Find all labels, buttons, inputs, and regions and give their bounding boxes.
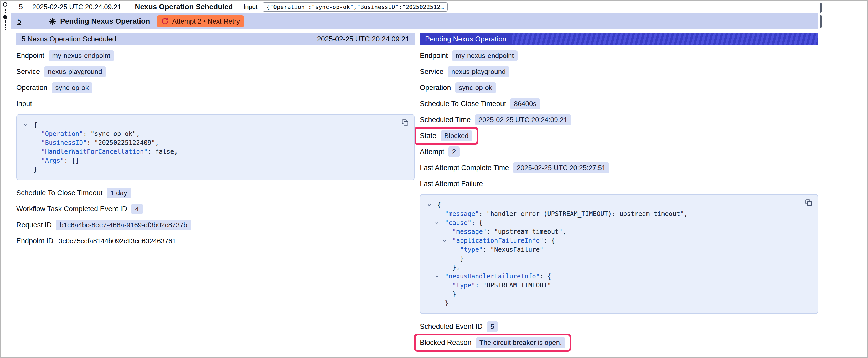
field-label: Endpoint bbox=[16, 52, 44, 60]
json-line-text: "Operation": "sync-op-ok", bbox=[41, 130, 140, 137]
field-label: Blocked Reason bbox=[420, 338, 471, 347]
field-value-badge: my-nexus-endpoint bbox=[452, 51, 518, 61]
field-value-badge: 2025-02-25 UTC 20:24:09.21 bbox=[475, 115, 571, 125]
collapse-chevron-icon[interactable] bbox=[23, 122, 28, 128]
endpoint-id-link[interactable]: 3c0c75ccfa8144b092c13ce632463761 bbox=[59, 237, 176, 245]
json-line-text: } bbox=[34, 166, 37, 173]
json-line: "BusinessID": "20250225122409", bbox=[22, 138, 408, 147]
json-line-text: "BusinessID": "20250225122409", bbox=[41, 139, 159, 147]
json-line-text: { bbox=[34, 121, 37, 129]
collapse-chevron-icon[interactable] bbox=[434, 220, 439, 225]
timeline-connector bbox=[5, 21, 5, 30]
field-label: Attempt bbox=[420, 148, 444, 156]
field-row: Attempt 2 bbox=[420, 147, 818, 157]
field-row: Endpoint my-nexus-endpoint bbox=[420, 51, 818, 61]
event-id-link[interactable]: 5 bbox=[17, 17, 21, 26]
json-line: } bbox=[22, 165, 408, 174]
field-value-badge: 5 bbox=[487, 321, 498, 332]
json-line: { bbox=[22, 121, 408, 129]
json-line-text: } bbox=[445, 299, 448, 307]
json-line: { bbox=[425, 200, 811, 209]
scrollbar-thumb[interactable] bbox=[820, 15, 822, 28]
state-badge: Blocked bbox=[440, 130, 472, 141]
json-line: "nexusHandlerFailureInfo": { bbox=[425, 272, 811, 281]
scrollbar-thumb[interactable] bbox=[820, 3, 822, 12]
field-value-badge: b1c6a4bc-8ee7-468a-9169-df3b02c8737b bbox=[56, 220, 191, 230]
timeline-start-node-icon[interactable] bbox=[3, 2, 7, 6]
input-preview-chip[interactable]: {"Operation":"sync-op-ok","BusinessID":"… bbox=[263, 2, 448, 11]
field-value-badge: nexus-playground bbox=[448, 66, 509, 77]
json-line: "type": "NexusFailure" bbox=[425, 245, 811, 254]
field-row-state: State Blocked bbox=[420, 130, 818, 141]
field-value-badge: 1 day bbox=[107, 188, 131, 198]
json-line: "Args": [] bbox=[22, 156, 408, 165]
field-value-badge: sync-op-ok bbox=[455, 83, 496, 93]
json-line: } bbox=[425, 254, 811, 263]
pending-panel: Pending Nexus Operation Endpoint my-nexu… bbox=[420, 33, 818, 353]
event-id: 5 bbox=[19, 3, 23, 11]
scheduled-panel-timestamp: 2025-02-25 UTC 20:24:09.21 bbox=[317, 35, 409, 43]
field-value-badge: nexus-playground bbox=[44, 66, 106, 77]
attempt-retry-badge[interactable]: Attempt 2 • Next Retry bbox=[157, 15, 244, 27]
field-label: Schedule To Close Timeout bbox=[16, 189, 102, 197]
field-label: State bbox=[420, 132, 436, 140]
input-section-label-row: Input bbox=[16, 98, 414, 109]
nexus-asterisk-icon bbox=[48, 17, 57, 26]
collapse-chevron-icon[interactable] bbox=[427, 202, 432, 207]
attempt-retry-label: Attempt 2 • Next Retry bbox=[172, 17, 240, 26]
field-row: Last Attempt Complete Time 2025-02-25 UT… bbox=[420, 162, 818, 173]
event-row-pending[interactable]: 5 Pending Nexus Operation Attempt 2 • Ne… bbox=[11, 13, 818, 29]
field-row: Schedule To Close Timeout 1 day bbox=[16, 188, 414, 198]
field-label: Endpoint ID bbox=[16, 237, 53, 245]
json-line: }, bbox=[425, 263, 811, 272]
json-line-text: "type": "NexusFailure" bbox=[460, 246, 544, 253]
field-row: Workflow Task Completed Event ID 4 bbox=[16, 204, 414, 215]
field-row: Operation sync-op-ok bbox=[16, 83, 414, 93]
json-line: "cause": { bbox=[425, 218, 811, 227]
event-timestamp: 2025-02-25 UTC 20:24:09.21 bbox=[32, 3, 121, 11]
json-line-text: "applicationFailureInfo": { bbox=[453, 237, 555, 245]
json-line: "Operation": "sync-op-ok", bbox=[22, 129, 408, 138]
json-line-text: "nexusHandlerFailureInfo": { bbox=[445, 273, 551, 280]
field-row: Request ID b1c6a4bc-8ee7-468a-9169-df3b0… bbox=[16, 220, 414, 230]
pending-event-name: Pending Nexus Operation bbox=[60, 17, 150, 26]
blocked-reason-highlight-annotation: Blocked Reason The circuit breaker is op… bbox=[414, 334, 571, 352]
event-row-scheduled[interactable]: 5 2025-02-25 UTC 20:24:09.21 Nexus Opera… bbox=[11, 1, 867, 13]
json-line: } bbox=[425, 299, 811, 307]
pending-panel-header: Pending Nexus Operation bbox=[420, 33, 818, 45]
collapse-chevron-icon[interactable] bbox=[434, 274, 439, 279]
scheduled-panel: 5 Nexus Operation Scheduled 2025-02-25 U… bbox=[16, 33, 414, 252]
json-line-text: } bbox=[453, 291, 456, 298]
input-json-viewer: {"Operation": "sync-op-ok","BusinessID":… bbox=[16, 114, 414, 180]
failure-section-label-row: Last Attempt Failure bbox=[420, 178, 818, 189]
field-row-endpoint-id: Endpoint ID 3c0c75ccfa8144b092c13ce63246… bbox=[16, 236, 414, 246]
timeline-connector bbox=[5, 8, 5, 14]
json-line-text: "message": "upstream timeout", bbox=[453, 228, 566, 235]
retry-icon bbox=[161, 17, 169, 25]
field-row: Scheduled Time 2025-02-25 UTC 20:24:09.2… bbox=[420, 115, 818, 125]
json-line: "type": "UPSTREAM_TIMEOUT" bbox=[425, 281, 811, 290]
json-line-text: "message": "handler error (UPSTREAM_TIME… bbox=[445, 210, 688, 218]
field-row: Schedule To Close Timeout 86400s bbox=[420, 98, 818, 109]
field-label: Operation bbox=[16, 84, 48, 92]
state-highlight-annotation: State Blocked bbox=[414, 127, 478, 145]
field-label: Last Attempt Complete Time bbox=[420, 164, 509, 172]
field-label: Input bbox=[16, 100, 32, 108]
field-value-badge: 2025-02-25 UTC 20:25:27.51 bbox=[513, 162, 609, 173]
field-value-badge: my-nexus-endpoint bbox=[49, 51, 114, 61]
collapse-chevron-icon[interactable] bbox=[442, 238, 447, 243]
field-row: Operation sync-op-ok bbox=[420, 83, 818, 93]
json-line-text: }, bbox=[453, 264, 460, 271]
field-label: Scheduled Time bbox=[420, 116, 471, 124]
field-value-badge: 86400s bbox=[510, 98, 540, 109]
field-value-badge: 4 bbox=[131, 204, 143, 215]
field-value-badge: sync-op-ok bbox=[52, 83, 92, 93]
field-label: Service bbox=[420, 68, 443, 76]
field-row-blocked-reason: Blocked Reason The circuit breaker is op… bbox=[420, 337, 818, 348]
timeline-event-node-icon[interactable] bbox=[3, 15, 7, 19]
input-label: Input bbox=[244, 3, 257, 10]
json-line-text: { bbox=[437, 201, 441, 209]
scheduled-panel-header: 5 Nexus Operation Scheduled 2025-02-25 U… bbox=[16, 33, 414, 45]
field-value-badge: 2 bbox=[448, 147, 460, 157]
event-name: Nexus Operation Scheduled bbox=[135, 3, 233, 11]
